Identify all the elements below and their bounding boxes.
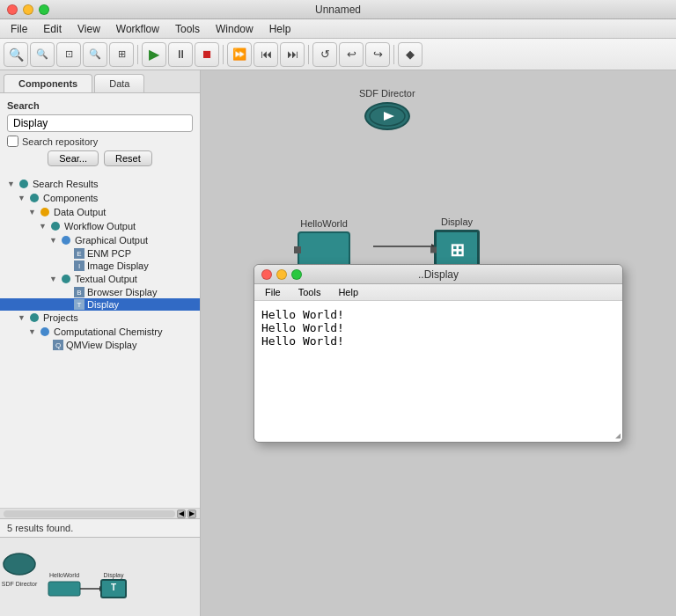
- main-layout: Components Data Search Search repository…: [0, 70, 676, 616]
- canvas-area[interactable]: SDF Director HelloWorld: [201, 70, 676, 616]
- separator-4: [393, 45, 394, 64]
- expand-button[interactable]: ⊞: [109, 42, 134, 67]
- tree-item-components[interactable]: ▼ Components: [0, 191, 200, 205]
- menu-edit[interactable]: Edit: [36, 21, 69, 37]
- popup-line-2: Hello World!: [261, 321, 615, 334]
- fit-button[interactable]: ⊡: [56, 42, 81, 67]
- arrow-workflow-output: ▼: [39, 222, 49, 231]
- sdf-icon-svg: [368, 105, 407, 128]
- close-button[interactable]: [7, 4, 18, 15]
- reset-button[interactable]: Reset: [104, 150, 152, 166]
- zoom-in-button[interactable]: 🔍: [4, 42, 28, 67]
- popup-line-3: Hello World!: [261, 334, 615, 348]
- scroll-track[interactable]: [4, 510, 175, 517]
- popup-min-button[interactable]: [276, 269, 287, 280]
- menu-file[interactable]: File: [4, 21, 34, 37]
- diamond-button[interactable]: ◆: [398, 42, 422, 67]
- separator-3: [308, 45, 309, 64]
- next-button[interactable]: ⏩: [227, 42, 252, 67]
- zoom-reset-button[interactable]: 🔍: [83, 42, 107, 67]
- popup-window[interactable]: ..Display File Tools Help Hello World! H…: [254, 264, 623, 443]
- tree-item-data-output[interactable]: ▼ Data Output: [0, 205, 200, 219]
- menu-view[interactable]: View: [70, 21, 107, 37]
- popup-close-button[interactable]: [261, 269, 272, 280]
- svg-text:HelloWorld: HelloWorld: [49, 572, 79, 578]
- popup-title: ..Display: [418, 268, 459, 281]
- redo2-button[interactable]: ↪: [365, 42, 390, 67]
- browser-display-icon: B: [74, 287, 84, 297]
- separator-1: [137, 45, 138, 64]
- search-input[interactable]: [7, 114, 193, 132]
- last-button[interactable]: ⏭: [280, 42, 305, 67]
- tree-item-workflow-output[interactable]: ▼ Workflow Output: [0, 219, 200, 233]
- tree-item-qmview[interactable]: ▶ Q QMView Display: [0, 339, 200, 351]
- components-label: Components: [43, 193, 98, 203]
- components-icon: [28, 192, 40, 204]
- tree-item-graphical-output[interactable]: ▼ Graphical Output: [0, 233, 200, 247]
- data-output-icon: [39, 206, 51, 218]
- menu-tools[interactable]: Tools: [168, 21, 207, 37]
- tree-container: ▼ Search Results ▼ Components ▼ Data Out…: [0, 173, 200, 508]
- enm-pcp-label: ENM PCP: [87, 248, 131, 259]
- popup-content[interactable]: Hello World! Hello World! Hello World! ◢: [254, 301, 622, 442]
- search-results-label: Search Results: [33, 179, 99, 189]
- zoom-out-button[interactable]: 🔍: [30, 42, 55, 67]
- hello-world-box[interactable]: [298, 231, 350, 268]
- tree-item-projects[interactable]: ▼ Projects: [0, 311, 200, 325]
- display-node[interactable]: Display ⊞: [434, 216, 480, 270]
- scroll-right-btn[interactable]: ▶: [187, 510, 196, 518]
- tree-item-enm-pcp[interactable]: ▶ E ENM PCP: [0, 247, 200, 260]
- display-port-left: [430, 247, 437, 253]
- window-controls[interactable]: [7, 4, 49, 15]
- menu-window[interactable]: Window: [209, 21, 261, 37]
- image-display-icon: I: [74, 260, 84, 271]
- hello-world-port-left: [294, 246, 301, 253]
- search-repo-checkbox[interactable]: [7, 136, 18, 147]
- svg-text:SDF Director: SDF Director: [2, 581, 38, 587]
- mini-canvas: SDF Director HelloWorld T Display: [0, 538, 200, 616]
- qmview-icon: Q: [53, 340, 63, 350]
- hello-world-node[interactable]: HelloWorld: [298, 218, 350, 268]
- menu-help[interactable]: Help: [262, 21, 298, 37]
- tree-item-textual-output[interactable]: ▼ Textual Output: [0, 272, 200, 286]
- tree-item-image-display[interactable]: ▶ I Image Display: [0, 260, 200, 272]
- sdf-director-icon[interactable]: [364, 102, 410, 130]
- search-results-icon: [18, 178, 30, 190]
- arrow-comp-chem: ▼: [28, 327, 39, 336]
- sdf-director[interactable]: SDF Director: [359, 88, 415, 130]
- maximize-button[interactable]: [39, 4, 49, 15]
- workflow-output-label: Workflow Output: [64, 221, 136, 231]
- popup-menu-help[interactable]: Help: [331, 286, 365, 298]
- popup-menu-tools[interactable]: Tools: [291, 286, 328, 298]
- redo-button[interactable]: ↺: [312, 42, 337, 67]
- popup-resize-handle[interactable]: ◢: [615, 430, 621, 440]
- popup-max-button[interactable]: [291, 269, 302, 280]
- mini-canvas-svg: SDF Director HelloWorld T Display: [0, 538, 200, 616]
- search-button[interactable]: Sear...: [48, 150, 99, 166]
- tab-components[interactable]: Components: [4, 74, 92, 92]
- first-button[interactable]: ⏮: [254, 42, 278, 67]
- toolbar: 🔍 🔍 ⊡ 🔍 ⊞ ▶ ⏸ ⏹ ⏩ ⏮ ⏭ ↺ ↩ ↪ ◆: [0, 39, 676, 70]
- arrow-textual: ▼: [49, 275, 60, 283]
- stop-button[interactable]: ⏹: [195, 42, 219, 67]
- tree-item-search-results[interactable]: ▼ Search Results: [0, 177, 200, 191]
- pause-button[interactable]: ⏸: [168, 42, 193, 67]
- tree-item-display[interactable]: ▶ T Display: [0, 298, 200, 311]
- popup-window-controls[interactable]: [261, 269, 302, 280]
- popup-menu-file[interactable]: File: [258, 286, 288, 298]
- menu-workflow[interactable]: Workflow: [109, 21, 166, 37]
- scroll-left-btn[interactable]: ◀: [177, 510, 186, 518]
- run-button[interactable]: ▶: [142, 42, 166, 67]
- undo-button[interactable]: ↩: [339, 42, 364, 67]
- comp-chem-label: Computational Chemistry: [54, 326, 163, 337]
- arrow-projects: ▼: [18, 313, 28, 322]
- tab-data[interactable]: Data: [94, 74, 144, 92]
- arrow-graphical-output: ▼: [49, 236, 60, 245]
- search-repo-row: Search repository: [7, 136, 193, 147]
- tree-item-comp-chem[interactable]: ▼ Computational Chemistry: [0, 325, 200, 339]
- comp-chem-icon: [39, 326, 51, 338]
- svg-rect-3: [48, 582, 80, 596]
- qmview-label: QMView Display: [66, 340, 137, 350]
- minimize-button[interactable]: [23, 4, 33, 15]
- tree-item-browser-display[interactable]: ▶ B Browser Display: [0, 286, 200, 298]
